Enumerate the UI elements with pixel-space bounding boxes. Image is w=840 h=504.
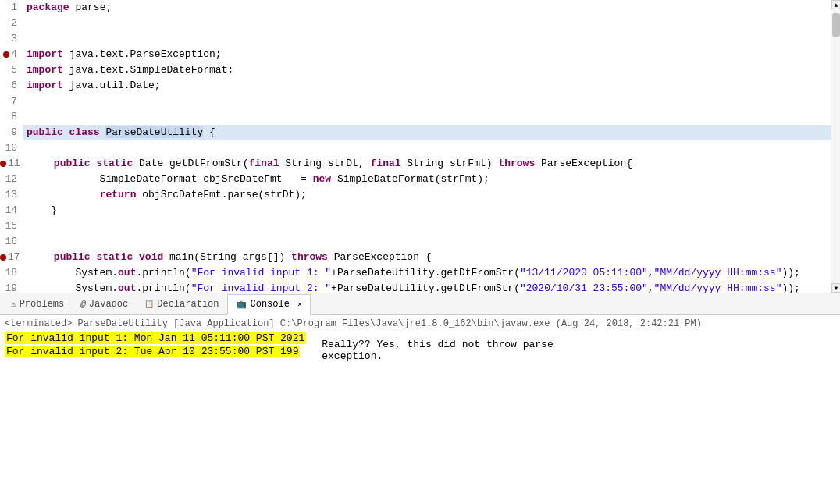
breakpoint-dot xyxy=(3,51,9,58)
code-line: 8 xyxy=(0,109,831,125)
tab-console[interactable]: 📺Console✕ xyxy=(227,294,310,315)
line-number: 17 xyxy=(0,250,27,265)
code-line: 17 public static void main(String args[]… xyxy=(0,250,831,265)
line-number: 10 xyxy=(0,140,23,156)
line-content xyxy=(23,94,831,109)
line-content: System.out.println("For invalid input 2:… xyxy=(23,281,831,293)
breakpoint-dot xyxy=(0,254,6,261)
line-number: 9 xyxy=(0,125,23,140)
line-number: 3 xyxy=(0,31,23,47)
line-content: } xyxy=(23,203,831,218)
code-content: 1package parse;2 3 4import java.text.Par… xyxy=(0,0,831,293)
line-number: 16 xyxy=(0,234,23,250)
line-number: 5 xyxy=(0,62,23,78)
line-content xyxy=(23,16,831,31)
line-number: 8 xyxy=(0,109,23,125)
vertical-scrollbar[interactable]: ▲ ▼ xyxy=(831,0,840,293)
code-line: 15 xyxy=(0,218,831,234)
line-number: 18 xyxy=(0,265,23,281)
code-line: 2 xyxy=(0,16,831,31)
console-note-line1: Really?? Yes, this did not throw parse xyxy=(322,339,553,350)
line-content xyxy=(23,218,831,234)
code-line: 19 System.out.println("For invalid input… xyxy=(0,281,831,293)
scroll-up-arrow[interactable]: ▲ xyxy=(831,0,840,9)
line-content xyxy=(23,140,831,156)
console-tab-label: Console xyxy=(250,299,289,310)
console-note: Really?? Yes, this did not throw parse e… xyxy=(322,339,553,362)
code-line: 18 System.out.println("For invalid input… xyxy=(0,265,831,281)
line-content: import java.text.ParseException; xyxy=(23,47,831,62)
line-content: import java.text.SimpleDateFormat; xyxy=(23,62,831,78)
tab-bar: ⚠Problems@Javadoc📋Declaration📺Console✕ xyxy=(0,293,840,315)
line-number: 15 xyxy=(0,218,23,234)
line-content: public static void main(String args[]) t… xyxy=(27,250,831,265)
close-tab-console[interactable]: ✕ xyxy=(297,300,302,309)
code-line: 9public class ParseDateUtility { xyxy=(0,125,831,140)
code-line: 12 SimpleDateFormat objSrcDateFmt = new … xyxy=(0,172,831,187)
line-content: SimpleDateFormat objSrcDateFmt = new Sim… xyxy=(23,172,831,187)
line-content xyxy=(23,109,831,125)
tab-declaration[interactable]: 📋Declaration xyxy=(137,293,227,314)
declaration-tab-label: Declaration xyxy=(157,299,219,310)
code-line: 5import java.text.SimpleDateFormat; xyxy=(0,62,831,78)
console-output-line2: For invalid input 2: Tue Apr 10 23:55:00… xyxy=(5,346,300,357)
line-number: 12 xyxy=(0,172,23,187)
line-content: return objSrcDateFmt.parse(strDt); xyxy=(23,187,831,203)
line-number: 1 xyxy=(0,0,23,16)
console-output-line1: For invalid input 1: Mon Jan 11 05:11:00… xyxy=(5,332,306,344)
terminated-line: <terminated> ParseDateUtility [Java Appl… xyxy=(5,318,835,329)
line-content: public static Date getDtFromStr(final St… xyxy=(27,156,831,172)
line-content xyxy=(23,31,831,47)
code-line: 13 return objSrcDateFmt.parse(strDt); xyxy=(0,187,831,203)
javadoc-tab-icon: @ xyxy=(80,300,86,309)
code-line: 14 } xyxy=(0,203,831,218)
code-line: 6import java.util.Date; xyxy=(0,78,831,94)
line-number: 6 xyxy=(0,78,23,94)
line-number: 2 xyxy=(0,16,23,31)
scroll-down-arrow[interactable]: ▼ xyxy=(831,283,840,293)
line-number: 19 xyxy=(0,281,23,293)
javadoc-tab-label: Javadoc xyxy=(89,299,128,310)
line-number: 4 xyxy=(0,47,23,62)
bottom-panel: ⚠Problems@Javadoc📋Declaration📺Console✕ <… xyxy=(0,293,840,504)
code-line: 16 xyxy=(0,234,831,250)
tab-problems[interactable]: ⚠Problems xyxy=(3,293,73,314)
console-area: <terminated> ParseDateUtility [Java Appl… xyxy=(0,315,840,504)
line-content: System.out.println("For invalid input 1:… xyxy=(23,265,831,281)
console-note-line2: exception. xyxy=(322,350,383,362)
tab-javadoc[interactable]: @Javadoc xyxy=(73,293,137,314)
line-number: 13 xyxy=(0,187,23,203)
line-content xyxy=(23,234,831,250)
problems-tab-icon: ⚠ xyxy=(11,299,16,309)
line-number: 14 xyxy=(0,203,23,218)
code-line: 3 xyxy=(0,31,831,47)
code-line: 11 public static Date getDtFromStr(final… xyxy=(0,156,831,172)
declaration-tab-icon: 📋 xyxy=(144,300,154,309)
problems-tab-label: Problems xyxy=(20,299,65,310)
line-content: public class ParseDateUtility { xyxy=(23,125,831,140)
line-number: 7 xyxy=(0,94,23,109)
line-content: package parse; xyxy=(23,0,831,16)
breakpoint-dot xyxy=(0,161,6,167)
code-line: 1package parse; xyxy=(0,0,831,16)
console-tab-icon: 📺 xyxy=(236,299,247,309)
code-editor[interactable]: 1package parse;2 3 4import java.text.Par… xyxy=(0,0,840,293)
line-content: import java.util.Date; xyxy=(23,78,831,94)
scroll-thumb[interactable] xyxy=(832,13,840,37)
code-line: 7 xyxy=(0,94,831,109)
code-line: 10 xyxy=(0,140,831,156)
code-lines: 1package parse;2 3 4import java.text.Par… xyxy=(0,0,831,293)
code-line: 4import java.text.ParseException; xyxy=(0,47,831,62)
line-number: 11 xyxy=(0,156,27,172)
